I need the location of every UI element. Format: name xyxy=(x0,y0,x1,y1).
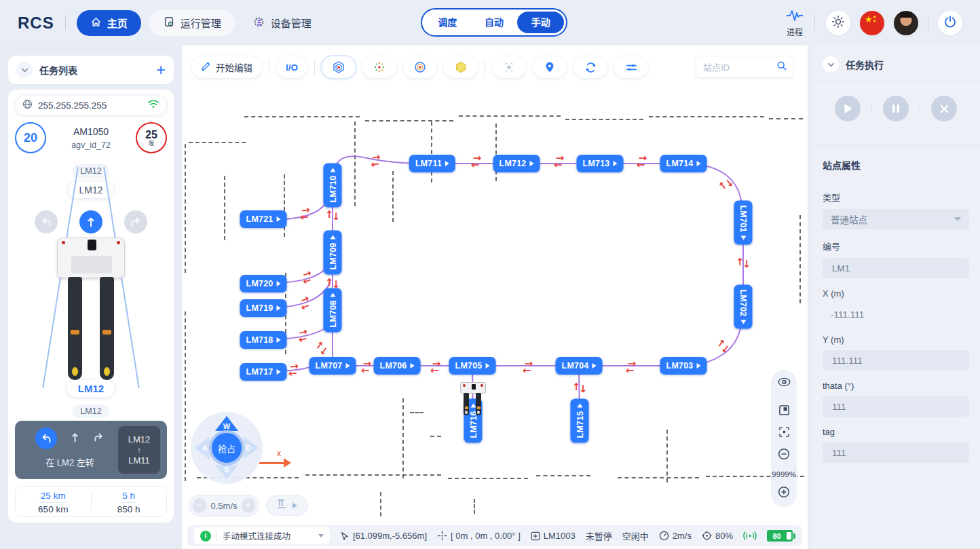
nav-home[interactable]: 主页 xyxy=(77,10,141,36)
power-button[interactable] xyxy=(938,11,962,35)
station-y-input[interactable] xyxy=(831,355,961,366)
station-LM711[interactable]: LM711 xyxy=(409,155,455,172)
bidirectional-arrow: →← xyxy=(430,360,439,374)
minimap-button[interactable] xyxy=(778,404,790,419)
station-theta-input[interactable] xyxy=(831,401,961,413)
pause-button[interactable] xyxy=(883,96,909,121)
zoom-level: 9999% xyxy=(772,470,796,478)
forklift-camera xyxy=(88,240,96,250)
turn-left-button[interactable] xyxy=(35,210,58,233)
station-LM710[interactable]: LM710 xyxy=(324,164,342,208)
process-button[interactable]: 进程 xyxy=(786,9,804,37)
fork-control-button[interactable] xyxy=(266,495,308,516)
station-LM706[interactable]: LM706 xyxy=(374,357,421,375)
play-triangle-icon xyxy=(445,161,449,166)
map-canvas[interactable]: →←→←→←→←→←→←→←→←→←→←→←→←→←→←→←→←→←→←→←→←… xyxy=(182,45,808,549)
station-code-input[interactable] xyxy=(831,263,961,274)
start-edit-button[interactable]: 开始编辑 xyxy=(191,56,262,78)
battery-indicator: 80 xyxy=(767,530,795,542)
zoom-out-button[interactable] xyxy=(778,448,790,463)
agv-robot-marker[interactable] xyxy=(460,382,486,416)
station-LM718[interactable]: LM718 xyxy=(240,331,287,349)
station-LM707[interactable]: LM707 xyxy=(309,357,356,375)
station-LM708[interactable]: LM708 xyxy=(324,288,342,333)
nav-device[interactable]: 设备管理 xyxy=(239,10,325,36)
station-badge: LM12 xyxy=(72,404,109,418)
station-search-input[interactable] xyxy=(702,62,772,73)
collapse-chevron-icon[interactable] xyxy=(823,56,839,73)
agv-ip-field[interactable]: 255.255.255.255 xyxy=(15,95,167,115)
mode-manual[interactable]: 手动 xyxy=(517,12,564,33)
cancel-button[interactable] xyxy=(931,96,957,121)
play-triangle-icon xyxy=(592,363,596,368)
location-pin-button[interactable] xyxy=(533,56,567,78)
station-LM719[interactable]: LM719 xyxy=(240,299,287,317)
bidirectional-arrow: →← xyxy=(637,155,645,168)
station-LM702[interactable]: LM702 xyxy=(734,285,753,329)
radar-scan-button[interactable] xyxy=(492,56,526,78)
seize-control-button[interactable]: 抢占 xyxy=(209,430,244,466)
field-code: 编号 xyxy=(823,240,969,278)
add-task-button[interactable]: + xyxy=(156,63,166,77)
bidirectional-arrow: →← xyxy=(326,212,339,221)
station-LM721[interactable]: LM721 xyxy=(240,210,287,228)
go-straight-button[interactable] xyxy=(79,210,102,233)
speed-increase-button[interactable]: + xyxy=(242,498,255,513)
zoom-in-button[interactable] xyxy=(778,486,790,501)
speed-decrease-button[interactable]: − xyxy=(193,498,206,513)
layer-zone-button[interactable] xyxy=(444,56,478,78)
gauge-icon xyxy=(659,531,669,541)
station-LM720[interactable]: LM720 xyxy=(240,275,287,292)
rcs-app: RCS 主页 运行管理 设备管理 调度 自动 手动 进程 xyxy=(0,0,980,549)
nav-operation[interactable]: 运行管理 xyxy=(149,10,235,36)
station-LM704[interactable]: LM704 xyxy=(556,357,603,375)
turn-right-button[interactable] xyxy=(124,210,147,233)
current-station: LM1003 xyxy=(531,531,576,541)
bidirectional-arrow: →← xyxy=(299,206,309,221)
io-button[interactable]: I/O xyxy=(276,56,307,78)
station-type-select[interactable]: 普通站点 xyxy=(823,209,969,229)
robot-pose: [ 0m , 0m , 0.00° ] xyxy=(437,531,521,541)
visibility-eye-button[interactable] xyxy=(778,377,791,390)
play-button[interactable] xyxy=(835,96,861,121)
station-LM717[interactable]: LM717 xyxy=(240,363,287,381)
search-icon[interactable] xyxy=(776,60,787,74)
refresh-button[interactable] xyxy=(573,56,607,78)
mode-auto[interactable]: 自动 xyxy=(471,12,518,33)
gear-icon xyxy=(252,16,265,31)
language-flag-button[interactable]: ★ ★★ xyxy=(860,11,884,35)
collapse-chevron-icon[interactable] xyxy=(16,62,33,78)
manual-turn-controls xyxy=(8,210,174,233)
play-triangle-icon xyxy=(696,363,700,368)
station-LM703[interactable]: LM703 xyxy=(660,357,707,375)
bidirectional-arrow: →← xyxy=(369,153,379,168)
field-theta: thata (°) xyxy=(823,381,969,417)
filter-sliders-button[interactable] xyxy=(614,56,648,78)
monitor-icon xyxy=(163,16,175,30)
bidirectional-arrow: →← xyxy=(736,260,750,269)
layer-stations-button[interactable] xyxy=(322,56,356,78)
connection-status-dropdown[interactable]: i 手动模式连接成功 xyxy=(194,527,330,544)
theme-button[interactable] xyxy=(826,11,850,35)
station-LM712[interactable]: LM712 xyxy=(493,155,540,172)
station-tag-input[interactable] xyxy=(831,447,961,459)
localization-accuracy: 80% xyxy=(702,531,733,541)
station-LM701[interactable]: LM701 xyxy=(734,201,753,245)
station-search xyxy=(696,57,793,77)
task-list-title: 任务列表 xyxy=(39,63,77,77)
station-LM709[interactable]: LM709 xyxy=(324,231,342,275)
layer-target-button[interactable] xyxy=(403,56,437,78)
user-avatar[interactable] xyxy=(894,11,918,35)
home-icon xyxy=(90,16,102,30)
play-triangle-icon xyxy=(276,216,280,222)
mode-toggle: 调度 自动 手动 xyxy=(421,8,567,37)
station-LM715[interactable]: LM715 xyxy=(571,399,589,443)
mode-dispatch[interactable]: 调度 xyxy=(424,12,471,33)
center-focus-button[interactable] xyxy=(778,426,790,440)
agv-ip: 255.255.255.255 xyxy=(38,100,142,111)
layer-pointcloud-button[interactable] xyxy=(362,56,396,78)
station-LM714[interactable]: LM714 xyxy=(660,155,707,172)
fork-icon xyxy=(277,499,288,512)
station-LM705[interactable]: LM705 xyxy=(449,357,496,375)
station-LM713[interactable]: LM713 xyxy=(577,155,624,172)
